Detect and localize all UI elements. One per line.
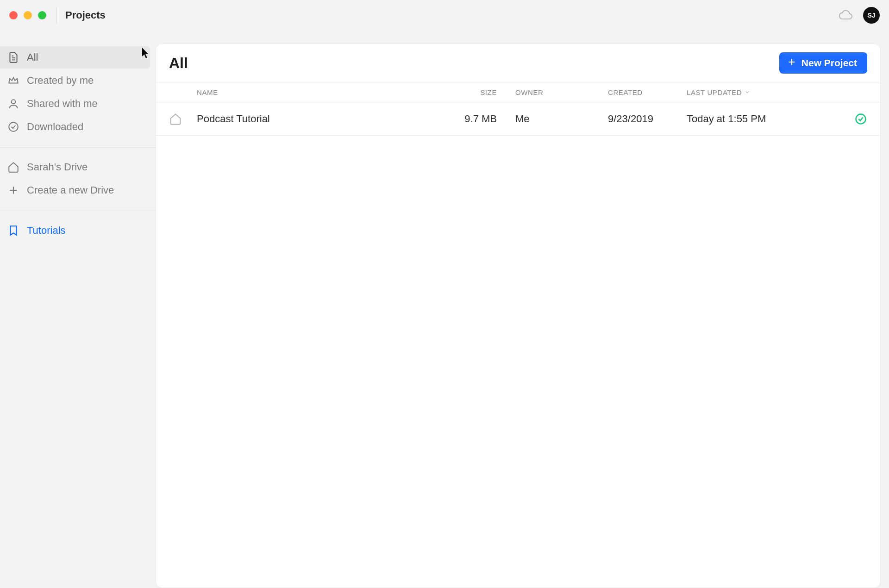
plus-icon	[787, 57, 797, 69]
sidebar-item-created-by-me[interactable]: Created by me	[0, 69, 156, 92]
sidebar-item-downloaded[interactable]: Downloaded	[0, 116, 156, 138]
column-header-size[interactable]: SIZE	[451, 88, 515, 96]
sync-status-icon	[826, 113, 867, 125]
svg-point-3	[12, 100, 16, 104]
fullscreen-window-button[interactable]	[38, 11, 46, 19]
main-panel: All New Project NAME SIZE OWNER CREATED	[156, 31, 889, 588]
avatar[interactable]: SJ	[863, 7, 880, 24]
project-icon	[169, 113, 197, 125]
person-icon	[7, 98, 19, 110]
document-icon	[7, 51, 19, 63]
plus-icon	[7, 184, 19, 196]
row-name: Podcast Tutorial	[197, 113, 451, 125]
sidebar-item-all[interactable]: All	[0, 46, 150, 69]
crown-icon	[7, 75, 19, 87]
sidebar-item-label: Downloaded	[27, 121, 83, 133]
row-created: 9/23/2019	[608, 113, 687, 125]
table-header: NAME SIZE OWNER CREATED LAST UPDATED	[156, 82, 880, 102]
cloud-icon[interactable]	[838, 8, 853, 23]
row-owner: Me	[515, 113, 608, 125]
svg-point-4	[9, 122, 18, 131]
page-title: All	[169, 55, 188, 72]
check-circle-icon	[7, 121, 19, 133]
row-updated: Today at 1:55 PM	[687, 113, 826, 125]
window-controls	[9, 11, 46, 19]
titlebar: Projects SJ	[0, 0, 889, 31]
column-header-name[interactable]: NAME	[197, 88, 451, 96]
bookmark-icon	[7, 225, 19, 237]
chevron-down-icon	[745, 88, 750, 96]
svg-point-9	[856, 114, 866, 124]
sidebar-item-shared-with-me[interactable]: Shared with me	[0, 93, 156, 115]
column-header-last-updated[interactable]: LAST UPDATED	[687, 88, 826, 96]
column-header-owner[interactable]: OWNER	[515, 88, 608, 96]
sidebar-item-tutorials[interactable]: Tutorials	[0, 219, 156, 242]
close-window-button[interactable]	[9, 11, 18, 19]
avatar-initials: SJ	[867, 12, 875, 19]
row-size: 9.7 MB	[451, 113, 515, 125]
sidebar-group-filters: All Created by me Shared with me	[0, 46, 156, 148]
window-title: Projects	[65, 9, 106, 21]
sidebar: All Created by me Shared with me	[0, 31, 156, 588]
sidebar-item-label: Create a new Drive	[27, 184, 114, 196]
card-header: All New Project	[156, 44, 880, 82]
sidebar-item-drive[interactable]: Sarah's Drive	[0, 156, 156, 178]
sidebar-item-label: Sarah's Drive	[27, 161, 88, 173]
new-project-button[interactable]: New Project	[779, 52, 867, 74]
projects-card: All New Project NAME SIZE OWNER CREATED	[156, 44, 881, 588]
new-project-label: New Project	[801, 57, 857, 69]
home-icon	[7, 161, 19, 173]
sidebar-item-label: All	[27, 51, 38, 63]
sidebar-group-bookmarks: Tutorials	[0, 219, 156, 251]
table-row[interactable]: Podcast Tutorial 9.7 MB Me 9/23/2019 Tod…	[156, 102, 880, 136]
minimize-window-button[interactable]	[24, 11, 32, 19]
sidebar-item-create-drive[interactable]: Create a new Drive	[0, 179, 156, 201]
sidebar-item-label: Shared with me	[27, 98, 98, 110]
sidebar-group-drives: Sarah's Drive Create a new Drive	[0, 156, 156, 211]
column-header-created[interactable]: CREATED	[608, 88, 687, 96]
titlebar-separator	[56, 7, 57, 24]
sidebar-item-label: Created by me	[27, 75, 94, 87]
sidebar-item-label: Tutorials	[27, 225, 66, 237]
